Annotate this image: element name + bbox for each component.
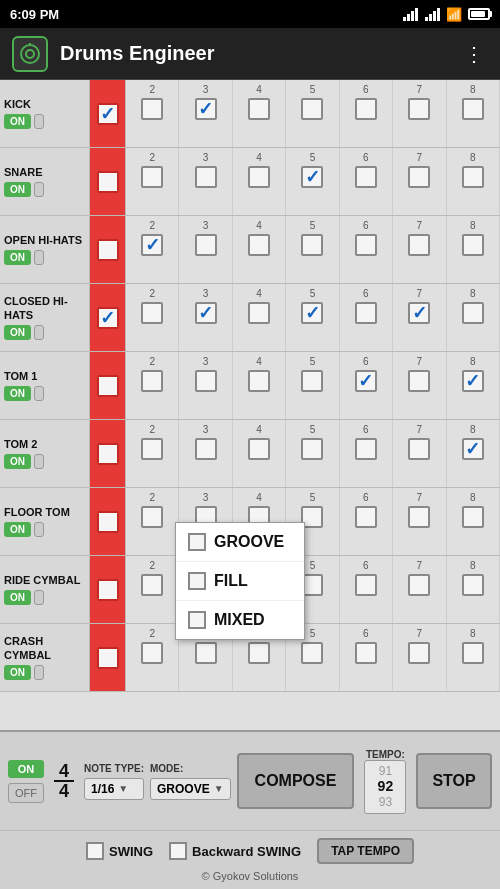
open-hihats-beat-4-checkbox[interactable]	[248, 234, 270, 256]
dropdown-mixed-item[interactable]: MIXED	[176, 601, 304, 639]
ride-cymbal-beat-1-checkbox[interactable]	[97, 579, 119, 601]
closed-hihats-off-button[interactable]	[34, 325, 44, 340]
open-hihats-beat-7-checkbox[interactable]	[408, 234, 430, 256]
crash-cymbal-beat-8-checkbox[interactable]	[462, 642, 484, 664]
compose-button[interactable]: COMPOSE	[237, 753, 355, 809]
toolbar-off-button[interactable]: OFF	[8, 783, 44, 803]
tom2-beat-1-checkbox[interactable]	[97, 443, 119, 465]
tom2-off-button[interactable]	[34, 454, 44, 469]
groove-checkbox	[188, 533, 206, 551]
ride-cymbal-beat-7-checkbox[interactable]	[408, 574, 430, 596]
kick-beat-8-checkbox[interactable]	[462, 98, 484, 120]
tom1-beat-2-checkbox[interactable]	[141, 370, 163, 392]
tom2-beat-4-checkbox[interactable]	[248, 438, 270, 460]
tom1-beat-1-checkbox[interactable]	[97, 375, 119, 397]
snare-beat-2-checkbox[interactable]	[141, 166, 163, 188]
tom2-beat-8-checkbox[interactable]: ✓	[462, 438, 484, 460]
tempo-scroll[interactable]: 91 92 93	[364, 760, 406, 814]
snare-off-button[interactable]	[34, 182, 44, 197]
ride-cymbal-beat-2-checkbox[interactable]	[141, 574, 163, 596]
crash-cymbal-on-button[interactable]: ON	[4, 665, 31, 680]
snare-beat-6-checkbox[interactable]	[355, 166, 377, 188]
floor-tom-beat-2-checkbox[interactable]	[141, 506, 163, 528]
ride-cymbal-off-button[interactable]	[34, 590, 44, 605]
snare-beat-5-checkbox[interactable]: ✓	[301, 166, 323, 188]
open-hihats-beat-2-checkbox[interactable]: ✓	[141, 234, 163, 256]
open-hihats-on-button[interactable]: ON	[4, 250, 31, 265]
snare-beat-3-checkbox[interactable]	[195, 166, 217, 188]
tom2-beat-3-checkbox[interactable]	[195, 438, 217, 460]
open-hihats-off-button[interactable]	[34, 250, 44, 265]
backward-swing-checkbox[interactable]	[169, 842, 187, 860]
closed-hihats-beat-4-checkbox[interactable]	[248, 302, 270, 324]
closed-hihats-beat-1-checkbox[interactable]: ✓	[97, 307, 119, 329]
tom2-on-button[interactable]: ON	[4, 454, 31, 469]
crash-cymbal-off-button[interactable]	[34, 665, 44, 680]
crash-cymbal-beat-1-checkbox[interactable]	[97, 647, 119, 669]
open-hihats-beat-5-checkbox[interactable]	[301, 234, 323, 256]
ride-cymbal-beat-6-checkbox[interactable]	[355, 574, 377, 596]
tom1-beat-5-checkbox[interactable]	[301, 370, 323, 392]
snare-on-button[interactable]: ON	[4, 182, 31, 197]
stop-button[interactable]: STOP	[416, 753, 491, 809]
closed-hihats-beat-8-checkbox[interactable]	[462, 302, 484, 324]
open-hihats-beat-3-checkbox[interactable]	[195, 234, 217, 256]
kick-beat-6-checkbox[interactable]	[355, 98, 377, 120]
kick-beat-3-checkbox[interactable]: ✓	[195, 98, 217, 120]
crash-cymbal-beat-2-checkbox[interactable]	[141, 642, 163, 664]
open-hihats-beat-8-checkbox[interactable]	[462, 234, 484, 256]
tom2-beat-2-checkbox[interactable]	[141, 438, 163, 460]
kick-beat-1-checkbox[interactable]: ✓	[97, 103, 119, 125]
tom1-beat-7-checkbox[interactable]	[408, 370, 430, 392]
snare-beat-4-checkbox[interactable]	[248, 166, 270, 188]
tom1-on-button[interactable]: ON	[4, 386, 31, 401]
closed-hihats-beat-3-checkbox[interactable]: ✓	[195, 302, 217, 324]
kick-beat-2-checkbox[interactable]	[141, 98, 163, 120]
kick-beat-7-checkbox[interactable]	[408, 98, 430, 120]
tom1-beat-6-checkbox[interactable]: ✓	[355, 370, 377, 392]
mode-selector[interactable]: GROOVE ▼	[150, 778, 231, 800]
tom2-beat-6-checkbox[interactable]	[355, 438, 377, 460]
crash-cymbal-beat-5-checkbox[interactable]	[301, 642, 323, 664]
tom1-beat-8-checkbox[interactable]: ✓	[462, 370, 484, 392]
ride-cymbal-beat-8-checkbox[interactable]	[462, 574, 484, 596]
closed-hihats-beat-6-checkbox[interactable]	[355, 302, 377, 324]
tom2-beat-7-checkbox[interactable]	[408, 438, 430, 460]
kick-beat-4-checkbox[interactable]	[248, 98, 270, 120]
floor-tom-beat-8-checkbox[interactable]	[462, 506, 484, 528]
closed-hihats-beat-5-checkbox[interactable]: ✓	[301, 302, 323, 324]
crash-cymbal-beat-3-checkbox[interactable]	[195, 642, 217, 664]
toolbar-on-button[interactable]: ON	[8, 760, 44, 778]
kick-beat-5-checkbox[interactable]	[301, 98, 323, 120]
snare-beat-7-checkbox[interactable]	[408, 166, 430, 188]
closed-hihats-beat-2-checkbox[interactable]	[141, 302, 163, 324]
open-hihats-beat-1-checkbox[interactable]	[97, 239, 119, 261]
dropdown-groove-item[interactable]: GROOVE	[176, 523, 304, 562]
floor-tom-beat-1-checkbox[interactable]	[97, 511, 119, 533]
tom2-beat-5-checkbox[interactable]	[301, 438, 323, 460]
note-type-selector[interactable]: 1/16 ▼	[84, 778, 144, 800]
dropdown-fill-item[interactable]: FILL	[176, 562, 304, 601]
swing-checkbox[interactable]	[86, 842, 104, 860]
wifi-icon: 📶	[446, 7, 462, 22]
floor-tom-beat-7-checkbox[interactable]	[408, 506, 430, 528]
floor-tom-beat-6-checkbox[interactable]	[355, 506, 377, 528]
snare-beat-8-checkbox[interactable]	[462, 166, 484, 188]
tom1-beat-3-checkbox[interactable]	[195, 370, 217, 392]
snare-beat-1-checkbox[interactable]	[97, 171, 119, 193]
crash-cymbal-beat-6-checkbox[interactable]	[355, 642, 377, 664]
closed-hihats-on-button[interactable]: ON	[4, 325, 31, 340]
ride-cymbal-on-button[interactable]: ON	[4, 590, 31, 605]
crash-cymbal-beat-4-checkbox[interactable]	[248, 642, 270, 664]
closed-hihats-beat-7-checkbox[interactable]: ✓	[408, 302, 430, 324]
kick-on-button[interactable]: ON	[4, 114, 31, 129]
menu-button[interactable]: ⋮	[460, 38, 488, 70]
tap-tempo-button[interactable]: TAP TEMPO	[317, 838, 414, 864]
open-hihats-beat-6-checkbox[interactable]	[355, 234, 377, 256]
crash-cymbal-beat-7-checkbox[interactable]	[408, 642, 430, 664]
floor-tom-off-button[interactable]	[34, 522, 44, 537]
tom1-off-button[interactable]	[34, 386, 44, 401]
floor-tom-on-button[interactable]: ON	[4, 522, 31, 537]
tom1-beat-4-checkbox[interactable]	[248, 370, 270, 392]
kick-off-button[interactable]	[34, 114, 44, 129]
